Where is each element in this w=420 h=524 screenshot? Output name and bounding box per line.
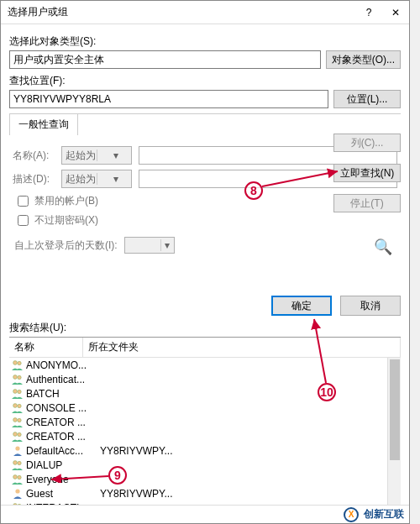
results-label: 搜索结果(U): [9, 321, 409, 335]
svg-point-17 [15, 489, 19, 493]
group-icon [11, 374, 24, 385]
svg-point-4 [13, 389, 18, 393]
svg-point-7 [18, 404, 21, 407]
object-type-input[interactable] [9, 50, 321, 69]
group-icon [11, 459, 24, 471]
user-icon [11, 445, 24, 457]
find-now-button[interactable]: 立即查找(N) [333, 164, 401, 182]
row-name: DefaultAcc... [26, 445, 98, 457]
row-name: BATCH [26, 388, 98, 400]
group-icon [11, 359, 24, 371]
days-combo[interactable]: ▾ [124, 237, 175, 254]
table-row[interactable]: DefaultAcc...YY8RIYVWPY... [9, 443, 401, 458]
name-match-combo[interactable]: 起始为▾ [61, 146, 132, 165]
table-row[interactable]: BATCH [9, 386, 401, 401]
search-icon: 🔍 [374, 238, 392, 256]
row-folder: YY8RIYVWPY... [98, 488, 401, 500]
column-folder[interactable]: 所在文件夹 [83, 338, 401, 357]
svg-point-14 [18, 461, 21, 464]
row-name: CONSOLE ... [26, 402, 98, 414]
svg-point-10 [13, 432, 18, 436]
object-types-button[interactable]: 对象类型(O)... [326, 50, 401, 69]
dialog-title: 选择用户或组 [8, 5, 355, 19]
row-name: Authenticat... [26, 374, 98, 385]
table-row[interactable]: Authenticat... [9, 372, 401, 386]
chevron-down-icon: ▾ [160, 239, 174, 251]
object-type-label: 选择此对象类型(S): [9, 34, 401, 49]
column-name[interactable]: 名称 [9, 338, 83, 357]
table-row[interactable]: DIALUP [9, 458, 401, 472]
table-row[interactable]: GuestYY8RIYVWPY... [9, 486, 401, 500]
stop-button[interactable]: 停止(T) [333, 194, 401, 212]
svg-point-2 [13, 375, 18, 379]
columns-button[interactable]: 列(C)... [333, 134, 401, 152]
svg-point-16 [18, 475, 21, 479]
table-row[interactable]: ANONYMO... [9, 358, 401, 372]
group-icon [11, 388, 24, 400]
svg-point-11 [18, 432, 21, 436]
row-name: ANONYMO... [26, 359, 98, 371]
location-label: 查找位置(F): [9, 74, 401, 88]
tab-general-query[interactable]: 一般性查询 [9, 113, 78, 135]
titlebar: 选择用户或组 ? ✕ [1, 1, 409, 24]
svg-point-3 [18, 375, 21, 379]
svg-point-0 [13, 360, 18, 364]
row-name: CREATOR ... [26, 417, 98, 428]
brand-name: 创新互联 [364, 507, 404, 521]
row-name: Everyone [26, 474, 98, 485]
table-row[interactable]: CREATOR ... [9, 415, 401, 429]
user-icon [11, 488, 24, 500]
name-label: 名称(A): [13, 149, 55, 163]
table-row[interactable]: Everyone [9, 472, 401, 486]
results-table: 名称 所在文件夹 ANONYMO...Authenticat...BATCHCO… [9, 337, 401, 522]
watermark-footer: X 创新互联 [1, 505, 409, 523]
locations-button[interactable]: 位置(L)... [333, 90, 401, 108]
svg-point-9 [18, 418, 21, 422]
days-since-logon-label: 自上次登录后的天数(I): [14, 238, 118, 253]
disabled-accounts-label: 禁用的帐户(B) [34, 194, 98, 208]
group-icon [11, 431, 24, 443]
table-row[interactable]: CREATOR ... [9, 429, 401, 443]
cancel-button[interactable]: 取消 [340, 296, 401, 316]
chevron-down-icon: ▾ [97, 149, 132, 161]
help-button[interactable]: ? [355, 1, 382, 24]
brand-logo-icon: X [344, 507, 359, 522]
results-body: ANONYMO...Authenticat...BATCHCONSOLE ...… [9, 358, 401, 522]
location-input[interactable] [9, 90, 328, 108]
table-row[interactable]: CONSOLE ... [9, 401, 401, 415]
close-button[interactable]: ✕ [382, 1, 409, 24]
non-expiring-password-label: 不过期密码(X) [34, 213, 98, 228]
disabled-accounts-checkbox[interactable] [18, 196, 29, 207]
group-icon [11, 417, 24, 428]
row-name: DIALUP [26, 459, 98, 471]
desc-match-combo[interactable]: 起始为▾ [61, 170, 132, 188]
chevron-down-icon: ▾ [97, 173, 132, 185]
svg-point-15 [13, 474, 18, 479]
svg-point-12 [15, 446, 19, 450]
svg-point-6 [13, 403, 18, 407]
group-icon [11, 402, 24, 414]
dialog-buttons: 确定 取消 [1, 296, 401, 316]
select-user-or-group-dialog: 选择用户或组 ? ✕ 选择此对象类型(S): 对象类型(O)... 查找位置(F… [0, 0, 410, 524]
row-name: CREATOR ... [26, 431, 98, 443]
svg-point-5 [18, 390, 21, 393]
svg-point-13 [13, 460, 18, 464]
svg-point-1 [18, 361, 21, 364]
side-buttons: 列(C)... 立即查找(N) 停止(T) [333, 134, 401, 212]
row-folder: YY8RIYVWPY... [98, 445, 401, 457]
results-header: 名称 所在文件夹 [9, 338, 401, 358]
desc-label: 描述(D): [13, 172, 55, 186]
results-scrollbar[interactable] [387, 358, 401, 522]
svg-point-8 [13, 417, 18, 422]
row-name: Guest [26, 488, 98, 500]
non-expiring-password-checkbox[interactable] [18, 215, 29, 226]
group-icon [11, 474, 24, 485]
ok-button[interactable]: 确定 [271, 296, 332, 316]
